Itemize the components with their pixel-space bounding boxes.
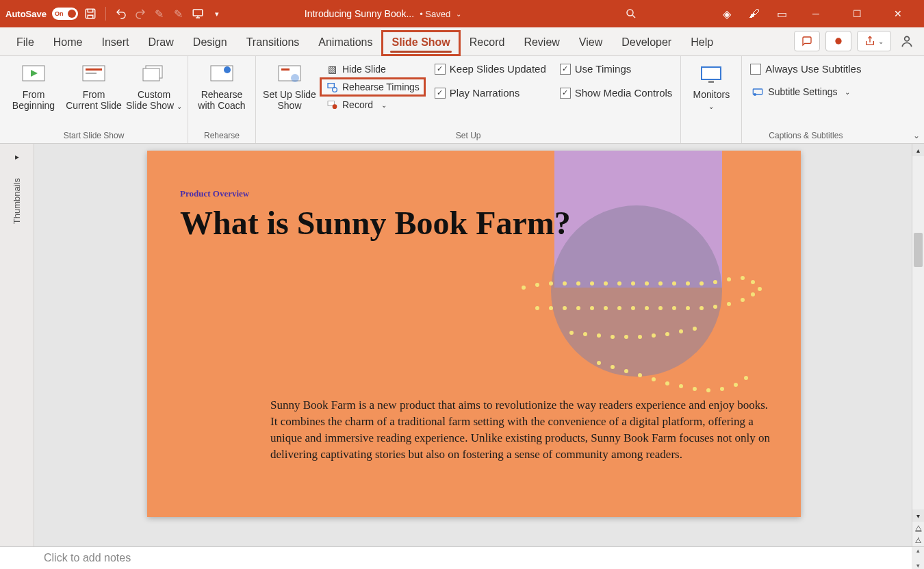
slide-body-text[interactable]: Sunny Book Farm is a new product that ai… [270,397,773,464]
svg-rect-11 [143,68,159,81]
svg-rect-15 [281,68,290,71]
brush-icon[interactable]: 🖌 [747,7,761,21]
hide-slide-button[interactable]: ▧ Hide Slide [322,62,424,77]
scroll-down-button[interactable]: ▾ [912,509,924,522]
document-title: Introducing Sunny Book... [305,8,414,19]
search-area[interactable] [542,8,720,20]
tab-slide-show[interactable]: Slide Show [382,31,459,55]
notes-pane[interactable]: Click to add notes ▴▾ [0,546,924,569]
tab-animations[interactable]: Animations [309,31,382,55]
tab-view[interactable]: View [569,31,612,55]
scroll-up-button[interactable]: ▴ [912,144,924,156]
show-media-label: Show Media Controls [575,87,673,99]
slide-overline[interactable]: Product Overview [180,188,249,199]
tab-design[interactable]: Design [183,31,237,55]
use-timings-label: Use Timings [575,63,632,75]
title-dropdown-icon[interactable]: ⌄ [456,10,461,18]
slide-canvas[interactable]: Product Overview What is Sunny Book Farm… [34,144,912,546]
tab-transitions[interactable]: Transitions [237,31,309,55]
record-dropdown-button[interactable]: Record ⌄ [322,97,424,112]
present-icon[interactable] [191,7,205,21]
rehearse-timings-label: Rehearse Timings [342,81,420,92]
autosave-state: On [55,10,64,17]
ribbon-group-captions: Always Use Subtitles Subtitle Settings ⌄… [742,56,869,143]
tab-record[interactable]: Record [460,31,515,55]
document-title-area: Introducing Sunny Book... • Saved ⌄ [224,8,542,19]
svg-rect-21 [702,67,721,79]
minimize-button[interactable]: ─ [802,0,830,27]
monitors-button[interactable]: Monitors⌄ [686,60,736,111]
vertical-scrollbar[interactable]: ▴ ▾ ⧋ ⧊ [912,144,924,546]
notes-placeholder: Click to add notes [44,552,131,564]
svg-rect-0 [86,9,95,18]
notes-scrollbar[interactable]: ▴▾ [912,547,924,569]
setup-slideshow-button[interactable]: Set Up Slide Show [261,60,318,111]
svg-point-3 [835,38,841,44]
group-label-setup: Set Up [261,128,675,142]
share-button[interactable]: ⌄ [857,31,891,51]
qat-overflow-icon[interactable]: ▾ [210,7,224,21]
quick-icon-1[interactable]: ✎ [153,7,166,21]
keep-slides-updated-checkbox[interactable]: Keep Slides Updated [432,62,549,76]
search-icon [625,8,637,20]
group-label-captions: Captions & Subtitles [747,128,864,142]
custom-show-label: Custom Slide Show ⌄ [126,89,182,111]
collapse-ribbon-button[interactable]: ⌄ [913,131,920,140]
subtitle-settings-button[interactable]: Subtitle Settings ⌄ [747,84,864,99]
svg-point-4 [905,36,910,41]
play-narrations-checkbox[interactable]: Play Narrations [432,86,549,100]
next-slide-nav-button[interactable]: ⧊ [912,534,924,546]
always-use-subtitles-checkbox[interactable]: Always Use Subtitles [747,62,864,76]
tab-help[interactable]: Help [681,31,723,55]
undo-icon[interactable] [114,7,128,21]
use-timings-checkbox[interactable]: Use Timings [557,62,676,76]
svg-point-79 [706,388,710,392]
close-button[interactable]: ✕ [884,0,912,27]
expand-thumbnails-icon[interactable]: ▸ [15,152,19,162]
rehearse-coach-button[interactable]: Rehearse with Coach [194,60,250,111]
from-beginning-label: From Beginning [5,89,62,111]
account-button[interactable] [897,31,917,51]
svg-point-40 [727,277,731,281]
prev-slide-nav-button[interactable]: ⧋ [912,522,924,534]
thumbnails-pane-collapsed[interactable]: ▸ Thumbnails [0,144,34,546]
setup-slideshow-label: Set Up Slide Show [261,89,318,111]
from-beginning-button[interactable]: From Beginning [5,60,62,111]
tab-file[interactable]: File [7,31,44,55]
tab-review[interactable]: Review [514,31,569,55]
rehearse-timings-button[interactable]: Rehearse Timings [322,79,424,94]
svg-rect-17 [328,84,334,88]
diamond-icon[interactable]: ◈ [720,7,734,21]
subtitle-settings-icon [752,86,764,98]
tab-insert[interactable]: Insert [92,31,138,55]
hide-slide-label: Hide Slide [342,64,386,75]
svg-point-80 [720,387,724,391]
tab-developer[interactable]: Developer [612,31,681,55]
show-media-controls-checkbox[interactable]: Show Media Controls [557,86,676,100]
redo-icon[interactable] [133,7,147,21]
scroll-thumb[interactable] [914,233,923,267]
always-subtitles-label: Always Use Subtitles [765,63,861,75]
svg-point-75 [652,377,656,381]
ribbon-group-rehearse: Rehearse with Coach Rehearse [188,56,256,143]
save-icon[interactable] [84,7,97,21]
slide-headline[interactable]: What is Sunny Book Farm? [180,205,571,242]
custom-show-button[interactable]: Custom Slide Show ⌄ [126,60,182,111]
tab-draw[interactable]: Draw [138,31,183,55]
comments-button[interactable] [794,31,820,51]
svg-rect-9 [86,73,97,74]
camera-record-button[interactable] [825,31,851,51]
slide[interactable]: Product Overview What is Sunny Book Farm… [147,151,801,517]
monitors-label: Monitors⌄ [693,89,730,111]
window-mode-icon[interactable]: ▭ [775,7,788,21]
maximize-button[interactable]: ☐ [843,0,871,27]
autosave-toggle[interactable]: On [52,8,78,20]
svg-rect-1 [193,10,203,16]
svg-point-24 [754,93,756,96]
svg-point-13 [224,66,231,73]
tab-home[interactable]: Home [44,31,92,55]
quick-icon-2[interactable]: ✎ [172,7,185,21]
svg-point-44 [535,306,539,310]
from-current-button[interactable]: From Current Slide [66,60,122,111]
svg-point-41 [741,276,745,280]
